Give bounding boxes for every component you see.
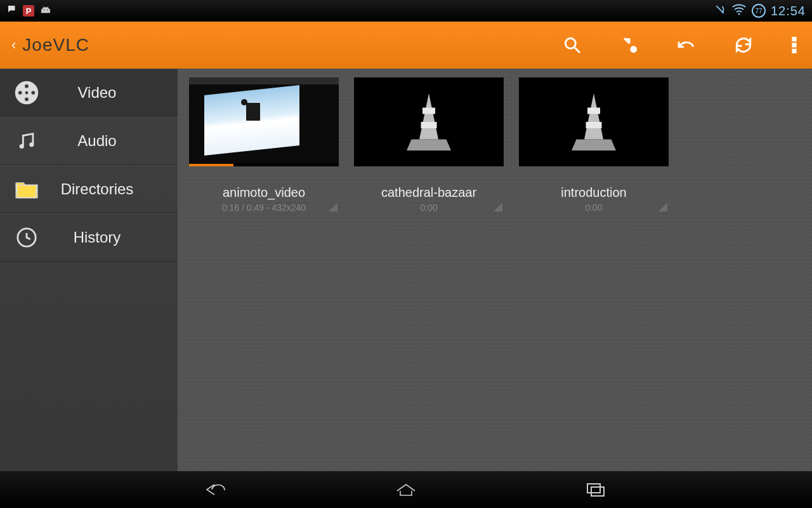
video-card[interactable]: cathedral-bazaar 0:00 <box>353 77 505 213</box>
search-icon <box>562 35 582 55</box>
video-card[interactable]: introduction 0:00 <box>518 77 670 213</box>
video-meta: 0:16 / 0:49 - 432x240 <box>222 203 306 213</box>
video-title: introduction <box>561 185 626 200</box>
android-status-bar: P 77 12:54 <box>0 0 812 22</box>
nav-home-button[interactable] <box>381 477 431 502</box>
video-grid: animoto_video 0:16 / 0:49 - 432x240 cath… <box>178 69 812 471</box>
context-menu-corner-icon[interactable] <box>329 203 337 211</box>
context-menu-corner-icon[interactable] <box>494 203 502 211</box>
svg-point-1 <box>47 10 48 11</box>
status-right-icons: 77 12:54 <box>714 3 806 19</box>
svg-rect-20 <box>587 108 600 114</box>
open-stream-button[interactable] <box>617 32 642 58</box>
snowboarder-thumbnail-image <box>189 77 339 163</box>
context-menu-corner-icon[interactable] <box>658 203 667 211</box>
app-action-bar: ‹ JoeVLC <box>0 22 812 69</box>
video-thumbnail <box>189 77 339 166</box>
wifi-icon <box>731 3 747 19</box>
sidebar-item-label: Audio <box>30 132 164 150</box>
svg-rect-22 <box>587 484 600 493</box>
vlc-cone-icon <box>400 87 457 157</box>
svg-rect-19 <box>421 122 437 128</box>
search-button[interactable] <box>560 32 585 58</box>
mute-icon <box>714 3 726 19</box>
video-title: cathedral-bazaar <box>381 185 476 200</box>
app-body: Video Audio Directories History <box>0 69 812 471</box>
svg-point-10 <box>25 91 29 95</box>
refresh-icon <box>733 35 754 55</box>
battery-circle-icon: 77 <box>752 4 766 18</box>
video-title: animoto_video <box>223 185 305 200</box>
video-meta: 0:00 <box>420 203 437 213</box>
nav-recent-button[interactable] <box>571 477 622 502</box>
overflow-menu-icon <box>792 36 797 54</box>
svg-point-0 <box>44 10 45 11</box>
back-caret-icon[interactable]: ‹ <box>11 37 16 53</box>
sidebar-item-audio[interactable]: Audio <box>0 117 178 165</box>
sidebar-item-label: History <box>30 229 164 246</box>
overflow-menu-button[interactable] <box>788 32 801 58</box>
svg-line-4 <box>575 48 580 53</box>
svg-point-3 <box>565 38 575 48</box>
svg-rect-8 <box>793 50 796 53</box>
undo-icon <box>675 35 698 55</box>
status-left-icons: P <box>6 4 52 18</box>
video-card[interactable]: animoto_video 0:16 / 0:49 - 432x240 <box>188 77 340 213</box>
svg-rect-23 <box>591 487 604 496</box>
app-title: JoeVLC <box>22 35 89 55</box>
action-bar-actions <box>560 32 801 58</box>
android-head-icon <box>39 4 52 18</box>
video-thumbnail <box>354 77 504 166</box>
p-badge-icon: P <box>23 5 34 17</box>
sidebar-item-directories[interactable]: Directories <box>0 165 178 213</box>
svg-point-2 <box>738 13 740 15</box>
svg-rect-21 <box>586 122 602 128</box>
sidebar-item-history[interactable]: History <box>0 213 178 262</box>
chat-icon <box>6 4 18 18</box>
sidebar-item-label: Directories <box>30 180 164 198</box>
svg-point-5 <box>630 46 637 53</box>
svg-point-12 <box>24 97 29 102</box>
sidebar: Video Audio Directories History <box>0 69 178 471</box>
nav-back-button[interactable] <box>190 477 241 502</box>
video-thumbnail <box>519 77 669 166</box>
svg-rect-7 <box>793 44 796 47</box>
status-clock: 12:54 <box>771 4 806 18</box>
sidebar-item-label: Video <box>30 84 164 102</box>
svg-rect-18 <box>422 108 435 114</box>
svg-point-11 <box>24 84 29 88</box>
refresh-button[interactable] <box>731 32 756 58</box>
undo-button[interactable] <box>674 32 699 58</box>
android-nav-bar <box>0 471 812 508</box>
video-meta: 0:00 <box>585 203 602 213</box>
svg-point-15 <box>20 144 24 149</box>
vlc-cone-icon <box>565 87 622 157</box>
svg-rect-6 <box>793 37 796 41</box>
action-bar-left[interactable]: ‹ JoeVLC <box>11 35 89 55</box>
sidebar-item-video[interactable]: Video <box>0 69 178 117</box>
svg-point-13 <box>18 90 22 95</box>
open-stream-icon <box>619 35 639 55</box>
